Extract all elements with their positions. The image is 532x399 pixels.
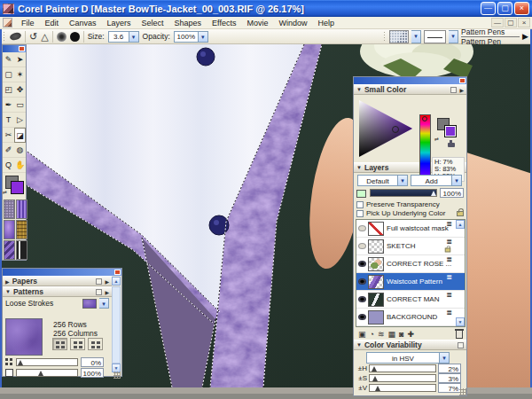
variability-mode-value[interactable]: in HSV [366,352,440,364]
new-liquid-ink-layer-button[interactable]: ≋ [378,330,385,340]
delete-layer-button[interactable] [456,331,463,339]
layer-row-background[interactable]: BACKGROUND ≣ [356,309,465,326]
visibility-toggle[interactable] [356,225,368,231]
palette-group-resize-grip[interactable] [459,388,466,395]
tool-rectangular-selection[interactable]: ▢ [3,67,14,82]
variability-h-slider[interactable] [369,364,436,372]
size-value[interactable]: 3.6 [108,31,129,43]
small-color-options-icon[interactable] [450,87,457,93]
patterns-palette-title-bar[interactable] [3,269,121,276]
slider-thumb[interactable] [372,366,377,372]
color-variability-expander-icon[interactable]: ▼ [356,342,362,348]
tool-eraser[interactable]: ◪ [14,128,26,143]
pattern-scale-value[interactable]: 100% [81,368,104,378]
layer-opacity-slider[interactable] [370,189,437,197]
composite-method-combo[interactable]: Default ▾ [357,175,408,186]
brush-category-dropdown[interactable]: ▾ [411,30,421,43]
tool-magic-wand[interactable]: ✶ [14,67,26,82]
papers-options-icon[interactable] [96,278,102,285]
layer-row-full-waistcoat-mask[interactable]: Full waistcoat mask ≣ [356,220,465,238]
look-selector[interactable] [4,240,15,260]
menu-select[interactable]: Select [137,18,169,28]
close-button[interactable]: × [514,2,529,15]
composite-depth-dropdown[interactable]: ▾ [452,175,462,186]
papers-section-header[interactable]: ▶ Papers ▶ [3,276,112,286]
visibility-toggle[interactable] [356,261,368,267]
papers-expander-icon[interactable]: ▶ [5,278,10,285]
mdi-close-button[interactable]: × [518,18,530,27]
restore-button[interactable]: ▢ [497,2,512,15]
tool-rectangular-shape[interactable]: ▭ [14,98,26,113]
preserve-transparency-checkbox[interactable] [356,201,364,208]
hue-marker[interactable] [422,116,427,121]
variability-v-slider[interactable] [369,384,436,392]
opacity-dropdown-button[interactable]: ▾ [199,31,208,43]
patterns-options-icon[interactable] [96,289,102,295]
new-layer-button[interactable]: ▣ [358,330,366,340]
slider-thumb[interactable] [375,386,380,391]
composite-depth-value[interactable]: Add [411,175,452,186]
tool-magnifier[interactable]: Q [3,158,14,173]
clone-color-stamp-icon[interactable] [448,143,455,147]
pattern-dropdown-button[interactable]: ▾ [99,298,109,309]
horizontal-brick-tile-button[interactable] [70,338,85,350]
layer-list-scroll-down-button[interactable]: ▼ [456,317,465,326]
menu-canvas[interactable]: Canvas [64,18,102,28]
pattern-preview[interactable] [5,318,43,356]
soft-dab-icon[interactable] [57,32,66,42]
small-color-menu-arrow-icon[interactable]: ▶ [459,87,464,93]
pattern-scale-slider[interactable] [16,369,78,377]
panel-swap-colors-icon[interactable]: ⇄ [434,136,439,142]
opacity-combo[interactable]: 100% ▾ [174,31,208,43]
nozzle-selector[interactable] [16,240,27,260]
tool-layer-adjuster[interactable]: ➤ [14,52,26,67]
main-color-swatch[interactable] [11,181,24,194]
swap-colors-icon[interactable]: ⇄ [3,189,7,195]
variability-s-value[interactable]: 3% [438,373,461,383]
pattern-offset-value[interactable]: 0% [81,357,104,367]
pick-up-underlying-checkbox[interactable] [356,210,364,217]
brush-selector-grip[interactable] [383,31,387,43]
menu-movie[interactable]: Movie [241,18,273,28]
tool-selection-adjuster[interactable]: ✥ [14,82,26,98]
color-variability-options-icon[interactable] [458,342,464,348]
palette-scroll-up-button[interactable]: ▲ [112,277,121,286]
mdi-minimize-button[interactable]: — [491,18,504,27]
mdi-restore-button[interactable]: ▢ [505,18,517,27]
hard-dab-icon[interactable] [70,32,80,42]
brush-variant-stroke-preview[interactable] [424,30,446,43]
tool-paint-bucket[interactable]: ◍ [14,143,26,158]
variability-v-value[interactable]: 7% [438,383,461,393]
tool-grabber[interactable]: ✋ [14,158,26,173]
hue-bar[interactable] [419,114,431,176]
palette-group-title-bar[interactable] [354,77,466,84]
palette-scrollbar[interactable] [112,286,121,364]
tool-brush[interactable]: ✎ [3,52,14,67]
weave-selector[interactable] [16,220,27,239]
menu-help[interactable]: Help [313,18,340,28]
color-selector[interactable]: ⇄ [3,173,26,200]
tool-pen[interactable]: ✒ [3,98,14,113]
tool-crop[interactable]: ◰ [3,82,14,98]
menu-window[interactable]: Window [273,18,312,28]
papers-menu-arrow-icon[interactable]: ▶ [105,278,109,285]
group-layers-button[interactable]: ✚ [407,330,414,340]
new-dynamic-plugin-button[interactable]: ▦ [388,330,396,340]
slider-thumb[interactable] [18,360,23,365]
layer-row-correct-man[interactable]: CORRECT MAN ≣ [356,291,465,309]
tool-text[interactable]: T [3,113,14,128]
variability-mode-dropdown[interactable]: ▾ [440,352,450,364]
variability-h-value[interactable]: 2% [438,364,461,373]
pattern-offset-slider[interactable] [16,358,78,366]
composite-depth-combo[interactable]: Add ▾ [411,175,462,186]
toolbox-title-bar[interactable] [3,45,26,52]
patterns-palette-close-icon[interactable] [114,270,121,275]
variability-mode-combo[interactable]: in HSV ▾ [366,352,450,364]
layer-row-correct-rose[interactable]: CORRECT ROSE ... ≣ [356,255,465,273]
tool-scissors[interactable]: ✂ [3,128,14,143]
paper-selector[interactable] [4,200,15,219]
freehand-strokes-button[interactable]: ↺ [29,30,37,43]
layer-row-sketch[interactable]: SKETCH ≣ [356,238,465,255]
visibility-toggle[interactable] [356,278,368,285]
size-combo[interactable]: 3.6 ▾ [108,31,139,43]
